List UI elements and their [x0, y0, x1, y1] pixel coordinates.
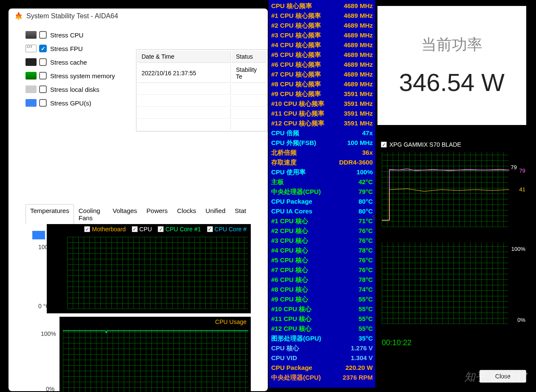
sensor-value: 4689 MHz	[344, 1, 373, 11]
checkbox-icon[interactable]	[132, 226, 138, 232]
sensor-label: #12 CPU 核心	[271, 324, 312, 333]
sensor-value: 2376 RPM	[343, 372, 373, 382]
sensor-label: #2 CPU 核心	[271, 226, 308, 236]
col-datetime[interactable]: Date & Time	[137, 51, 231, 63]
sensor-panel: CPU 核心频率4689 MHz#1 CPU 核心频率4689 MHz#2 CP…	[269, 0, 375, 388]
checkbox[interactable]	[39, 72, 47, 80]
checkbox-icon[interactable]	[207, 226, 213, 232]
sensor-row: 中央处理器(CPU)2376 RPM	[271, 372, 373, 382]
sensor-value: 1.276 V	[351, 343, 373, 353]
graph-grid	[382, 242, 508, 324]
label: Stress local disks	[50, 86, 99, 93]
sensor-label: CPU 核心频率	[271, 1, 312, 11]
checkbox[interactable]	[39, 99, 47, 107]
sensor-label: 图形处理器(GPU)	[271, 333, 321, 343]
checkbox-icon[interactable]	[84, 226, 90, 232]
sensor-label: #7 CPU 核心频率	[271, 69, 321, 79]
elapsed-time: 00:10:22	[382, 338, 411, 347]
tab-statistics[interactable]: Stat	[230, 204, 251, 224]
sensor-row: 中央处理器(CPU)79°C	[271, 187, 373, 196]
sensor-label: #10 CPU 核心频率	[271, 99, 324, 108]
sensor-row: CPU Package220.20 W	[271, 363, 373, 372]
table-header-row: Date & Time Status	[137, 51, 267, 63]
table-row	[137, 119, 267, 131]
sensor-label: #6 CPU 核心	[271, 275, 308, 284]
tab-cooling-fans[interactable]: Cooling Fans	[74, 204, 108, 224]
sensor-value: 4689 MHz	[344, 30, 373, 40]
col-status[interactable]: Status	[232, 51, 267, 63]
checkbox[interactable]	[39, 45, 47, 52]
label: Stress GPU(s)	[50, 99, 91, 107]
sensor-label: #1 CPU 核心	[271, 216, 308, 226]
sensor-value: 36x	[362, 148, 373, 157]
value-label: 41	[519, 186, 525, 193]
sensor-value: 80°C	[358, 196, 373, 206]
usage-title: CPU Usage	[60, 317, 251, 325]
gpu-icon	[26, 99, 37, 107]
sensor-row: CPU VID1.304 V	[271, 353, 373, 363]
sensor-label: 主板	[271, 177, 284, 187]
flame-icon	[14, 12, 23, 20]
table-row[interactable]: 2022/10/16 21:37:55 Stability Te	[137, 64, 267, 83]
sensor-label: CPU 核心	[271, 343, 299, 353]
checkbox-icon[interactable]	[158, 226, 164, 232]
tab-clocks[interactable]: Clocks	[173, 204, 201, 224]
sensor-label: CPU IA Cores	[271, 206, 312, 216]
checkbox[interactable]	[39, 31, 47, 39]
sensor-row: #4 CPU 核心78°C	[271, 245, 373, 255]
sensor-value: 80°C	[358, 206, 373, 216]
y-axis-top: 100%	[511, 246, 525, 252]
checkbox[interactable]	[39, 58, 47, 66]
sensor-value: 3591 MHz	[344, 89, 373, 99]
memory-icon	[26, 72, 37, 80]
sensor-label: #1 CPU 核心频率	[271, 11, 321, 20]
checkbox[interactable]	[39, 85, 47, 93]
table-row	[137, 96, 267, 107]
sensor-row: 图形处理器(GPU)35°C	[271, 333, 373, 343]
sensor-row: CPU 外频(FSB)100 MHz	[271, 138, 373, 148]
sensor-row: #8 CPU 核心74°C	[271, 284, 373, 294]
sensor-value: 79°C	[358, 187, 373, 196]
sensor-row: #12 CPU 核心频率3591 MHz	[271, 118, 373, 128]
sensor-row: #4 CPU 核心频率4689 MHz	[271, 40, 373, 50]
aida64-window: System Stability Test - AIDA64 Stress CP…	[9, 9, 268, 391]
sensor-label: #8 CPU 核心	[271, 284, 308, 294]
sensor-row: #9 CPU 核心55°C	[271, 294, 373, 304]
sensor-row: CPU 核心1.276 V	[271, 343, 373, 353]
sensor-label: #4 CPU 核心频率	[271, 40, 321, 50]
legend-cpu-core-n[interactable]: CPU Core #	[207, 226, 247, 233]
sensor-label: #11 CPU 核心频率	[271, 108, 324, 118]
sensor-label: #6 CPU 核心频率	[271, 60, 321, 69]
legend-cpu-core-1[interactable]: CPU Core #1	[158, 226, 201, 233]
value-label: 79	[519, 168, 525, 174]
tab-unified[interactable]: Unified	[201, 204, 230, 224]
sensor-value: 3591 MHz	[344, 108, 373, 118]
sensor-row: #3 CPU 核心频率4689 MHz	[271, 30, 373, 40]
graph-legend: Motherboard CPU CPU Core #1 CPU Core #	[47, 224, 251, 234]
cell-datetime: 2022/10/16 21:37:55	[137, 64, 231, 83]
graph-legend: XPG GAMMIX S70 BLADE	[377, 139, 527, 151]
legend-cpu[interactable]: CPU	[132, 226, 152, 233]
sensor-row: #3 CPU 核心76°C	[271, 236, 373, 245]
tab-voltages[interactable]: Voltages	[108, 204, 142, 224]
sensor-value: 76°C	[358, 226, 373, 236]
value-label: 79	[511, 164, 517, 170]
stress-option-cpu[interactable]: Stress CPU	[26, 28, 251, 42]
sensor-value: 76°C	[358, 265, 373, 275]
tab-powers[interactable]: Powers	[142, 204, 173, 224]
sensor-value: 42°C	[358, 177, 373, 187]
legend-motherboard[interactable]: Motherboard	[84, 226, 125, 233]
label: Stress cache	[50, 59, 87, 66]
y-axis-bot: 0%	[517, 317, 525, 323]
power-title: 当前功率	[421, 34, 482, 55]
tab-temperatures[interactable]: Temperatures	[26, 204, 74, 224]
checkbox-icon[interactable]	[381, 142, 387, 148]
sensor-label: #9 CPU 核心频率	[271, 89, 321, 99]
graph-grid	[382, 152, 508, 227]
label: Stress system memory	[50, 72, 115, 80]
sensor-value: 4689 MHz	[344, 50, 373, 60]
sensor-row: #1 CPU 核心71°C	[271, 216, 373, 226]
sensor-value: 220.20 W	[346, 363, 373, 372]
sensor-value: 4689 MHz	[344, 20, 373, 30]
sensor-row: CPU 倍频47x	[271, 128, 373, 138]
